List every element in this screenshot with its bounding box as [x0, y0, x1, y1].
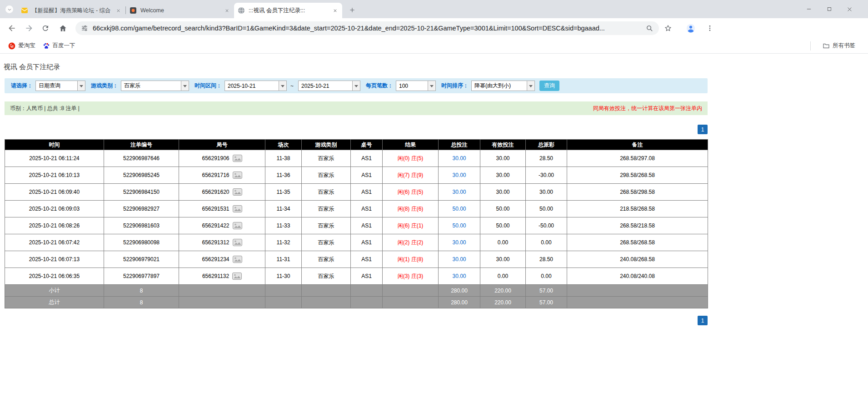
dropdown-arrow-icon[interactable] [181, 81, 189, 91]
new-tab-button[interactable] [346, 4, 359, 16]
page-size-select[interactable]: 100 [396, 81, 436, 91]
bookmark-star-button[interactable] [662, 22, 674, 35]
tab-title: :::视讯 会员下注纪录::: [249, 7, 329, 15]
total-bet-link[interactable]: 50.00 [452, 206, 466, 212]
replay-video-icon[interactable] [232, 273, 242, 280]
table-row: 2025-10-21 06:06:35 522906977897 6562911… [5, 268, 708, 285]
all-bookmarks-button[interactable]: 所有书签 [819, 40, 859, 51]
header-table-no: 桌号 [351, 140, 383, 150]
game-type-value: 百家乐 [121, 81, 181, 91]
forward-button[interactable] [23, 22, 35, 35]
tune-icon[interactable] [81, 25, 88, 32]
close-button[interactable] [839, 0, 860, 18]
tab-forum[interactable]: 【新提醒】海燕策略论坛 - 综合 [17, 3, 125, 18]
cell-table-no: AS1 [351, 167, 383, 184]
bookmark-baidu[interactable]: 百度一下 [39, 40, 79, 51]
replay-video-icon[interactable] [233, 155, 242, 162]
search-button[interactable]: 查询 [539, 81, 559, 91]
cell-time: 2025-10-21 06:09:03 [5, 201, 104, 217]
minimize-button[interactable] [798, 0, 819, 18]
bet-records-table: 时间 注单编号 局号 场次 游戏类别 桌号 结果 总投注 有效投注 总派彩 备注… [5, 139, 708, 308]
pagination-page-1-bottom[interactable]: 1 [698, 316, 708, 325]
dropdown-arrow-icon[interactable] [279, 81, 286, 91]
cell-round-no: 656291531 [179, 201, 265, 217]
tab-close-icon[interactable] [223, 7, 230, 14]
bookmarks-bar: 爱淘宝 百度一下 所有书签 [0, 38, 868, 54]
sort-select[interactable]: 降幂(由大到小) [471, 81, 535, 91]
cell-valid-bet: 50.00 [480, 217, 526, 234]
back-button[interactable] [5, 22, 18, 35]
query-type-select[interactable]: 日期查询 [35, 81, 85, 91]
bet-records-favicon-icon [238, 7, 245, 14]
cell-total-bet: 30.00 [439, 268, 480, 285]
zoom-icon[interactable] [646, 25, 653, 32]
replay-video-icon[interactable] [233, 239, 242, 246]
replay-video-icon[interactable] [233, 188, 242, 196]
date-end-select[interactable]: 2025-10-21 [298, 81, 360, 91]
subtotal-label: 小计 [5, 285, 104, 297]
subtotal-payout: 57.00 [526, 285, 567, 297]
tab-close-icon[interactable] [115, 7, 122, 14]
address-bar[interactable]: 66cxkj98.com/game/betrecord_search/kind3… [75, 21, 659, 35]
cell-payout: -50.00 [526, 217, 567, 234]
total-bet-link[interactable]: 30.00 [452, 239, 466, 246]
result-player: 闲(0) [398, 155, 410, 162]
total-bet-link[interactable]: 30.00 [452, 189, 466, 195]
cell-time: 2025-10-21 06:11:24 [5, 150, 104, 167]
replay-video-icon[interactable] [233, 222, 242, 229]
profile-button[interactable] [684, 22, 697, 35]
total-bet-link[interactable]: 30.00 [452, 256, 466, 263]
cell-bet-id: 522906979021 [104, 251, 179, 268]
bookmark-taobao[interactable]: 爱淘宝 [5, 40, 39, 51]
tab-close-icon[interactable] [331, 7, 339, 14]
cell-valid-bet: 0.00 [480, 268, 526, 285]
dropdown-arrow-icon[interactable] [527, 81, 534, 91]
dropdown-arrow-icon[interactable] [352, 81, 360, 91]
dropdown-arrow-icon[interactable] [428, 81, 435, 91]
date-start-select[interactable]: 2025-10-21 [224, 81, 287, 91]
cell-total-bet: 30.00 [439, 234, 480, 251]
cell-payout: 30.00 [526, 184, 567, 201]
cell-remark: 268.58/268.58 [567, 234, 708, 251]
game-type-select[interactable]: 百家乐 [121, 81, 189, 91]
total-bet-link[interactable]: 30.00 [452, 155, 466, 162]
cell-round-no: 656291132 [179, 268, 265, 285]
cell-time: 2025-10-21 06:06:35 [5, 268, 104, 285]
replay-video-icon[interactable] [233, 256, 242, 263]
table-row: 2025-10-21 06:08:26 522906981603 6562914… [5, 217, 708, 234]
minimize-icon [806, 6, 812, 12]
total-bet-link[interactable]: 30.00 [452, 172, 466, 178]
subtotal-total-bet: 280.00 [439, 285, 480, 297]
star-icon [664, 24, 672, 32]
round-number: 656291312 [202, 239, 229, 246]
cell-table-no: AS1 [351, 201, 383, 217]
cell-bet-id: 522906980098 [104, 234, 179, 251]
menu-button[interactable] [703, 22, 716, 35]
header-result: 结果 [383, 140, 439, 150]
cell-table-no: AS1 [351, 268, 383, 285]
tab-search-button[interactable] [5, 5, 13, 13]
cell-table-no: AS1 [351, 150, 383, 167]
total-label: 总计 [5, 297, 104, 308]
header-time: 时间 [5, 140, 104, 150]
table-header-row: 时间 注单编号 局号 场次 游戏类别 桌号 结果 总投注 有效投注 总派彩 备注 [5, 140, 708, 150]
replay-video-icon[interactable] [233, 205, 242, 212]
total-bet-link[interactable]: 50.00 [452, 222, 466, 229]
three-dot-menu-icon [706, 25, 713, 32]
tab-bet-records[interactable]: :::视讯 会员下注纪录::: [234, 3, 342, 18]
home-button[interactable] [56, 22, 69, 35]
cell-session: 11-38 [265, 150, 302, 167]
pagination-page-1-top[interactable]: 1 [698, 125, 708, 134]
dropdown-arrow-icon[interactable] [77, 81, 85, 91]
cell-result: 闲(0) 庄(5) [383, 150, 439, 167]
reload-button[interactable] [39, 22, 52, 35]
replay-video-icon[interactable] [233, 172, 242, 179]
cell-table-no: AS1 [351, 251, 383, 268]
header-session: 场次 [265, 140, 302, 150]
maximize-button[interactable] [819, 0, 839, 18]
header-bet-id: 注单编号 [104, 140, 179, 150]
tab-welcome[interactable]: Welcome [126, 3, 234, 18]
query-type-value: 日期查询 [36, 81, 77, 91]
total-bet-link[interactable]: 30.00 [452, 273, 466, 279]
cell-result: 闲(7) 庄(9) [383, 167, 439, 184]
